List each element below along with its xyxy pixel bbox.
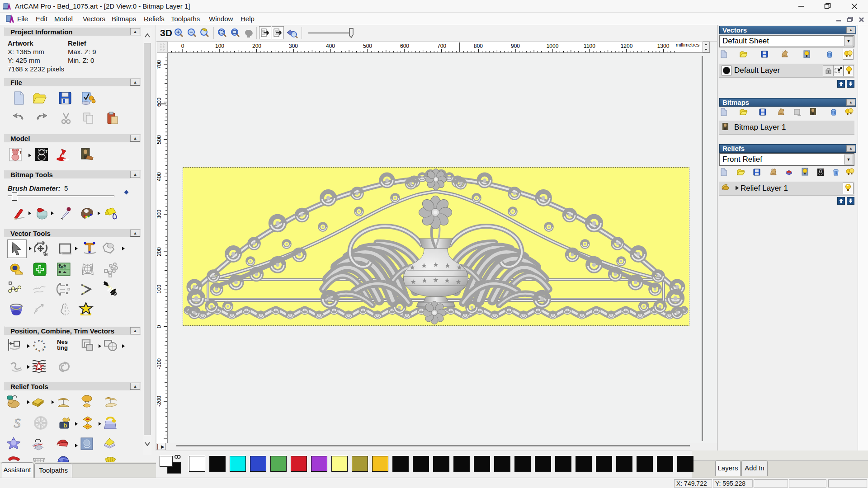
svg-text:1100: 1100 [584, 43, 595, 49]
svg-text:e: e [38, 339, 40, 343]
svg-text:700: 700 [157, 60, 162, 69]
svg-text:1300: 1300 [657, 43, 670, 49]
svg-text:T: T [822, 169, 824, 171]
svg-text:a: a [38, 349, 41, 352]
svg-text:100: 100 [215, 43, 224, 49]
svg-text:-100: -100 [157, 358, 162, 369]
svg-text:200: 200 [252, 43, 261, 49]
svg-text:600: 600 [400, 43, 409, 49]
svg-text:ting: ting [57, 344, 68, 351]
svg-text:r: r [33, 341, 37, 343]
svg-text:200: 200 [157, 247, 162, 256]
svg-text:600: 600 [157, 98, 162, 107]
svg-text:millimetres: millimetres [676, 42, 700, 47]
svg-text:0: 0 [157, 325, 162, 328]
svg-text:t: t [42, 343, 46, 345]
svg-text:800: 800 [474, 43, 483, 49]
svg-text:u: u [33, 344, 36, 347]
svg-text:b: b [64, 422, 67, 429]
svg-text:n: n [42, 348, 45, 352]
svg-text:900: 900 [511, 43, 520, 49]
svg-text:-200: -200 [157, 396, 162, 407]
svg-text:T: T [45, 149, 48, 154]
svg-text:400: 400 [326, 43, 335, 49]
svg-text:500: 500 [157, 135, 162, 144]
svg-text:x: x [40, 339, 44, 343]
svg-text:+: + [722, 187, 724, 192]
svg-text:400: 400 [157, 172, 162, 181]
svg-text:T: T [19, 150, 22, 155]
svg-text:300: 300 [157, 210, 162, 219]
svg-text:o: o [43, 346, 47, 348]
svg-text:S: S [14, 416, 21, 430]
svg-text:500: 500 [363, 43, 372, 49]
svg-text:1200: 1200 [621, 43, 633, 49]
svg-text:100: 100 [157, 285, 162, 294]
svg-text:ABC: ABC [58, 265, 66, 269]
svg-text:300: 300 [289, 43, 298, 49]
svg-text:0: 0 [181, 43, 184, 49]
svg-text:1000: 1000 [547, 43, 559, 49]
svg-text:700: 700 [437, 43, 446, 49]
svg-text:c: c [35, 347, 38, 351]
